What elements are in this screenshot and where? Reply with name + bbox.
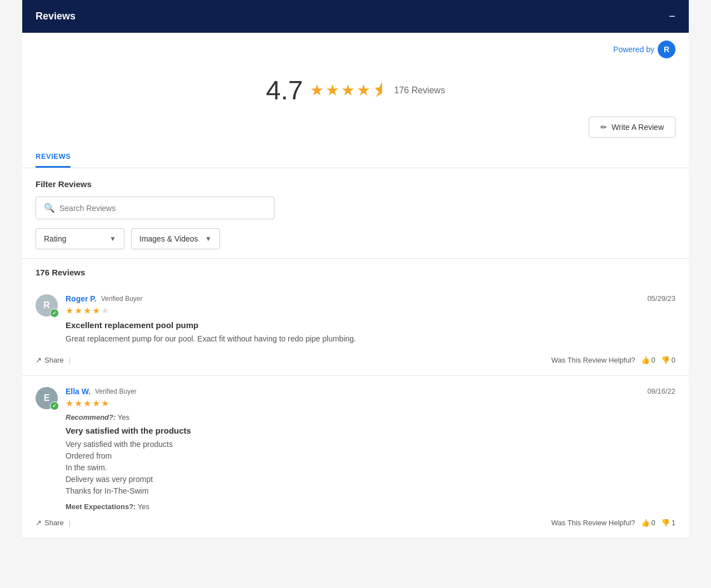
powered-by-bar: Powered by R <box>22 33 689 58</box>
reviews-title: Reviews <box>36 11 76 22</box>
thumbs-up-icon: 👍 <box>641 519 650 527</box>
reviewer-name-row: Ella W. Verified Buyer <box>66 387 639 396</box>
verified-label: Verified Buyer <box>95 388 137 395</box>
review-item: R ✓ Roger P. Verified Buyer ★ ★ ★ ★ ★ Ex… <box>22 283 689 376</box>
share-separator: | <box>69 356 71 364</box>
r1-star-2: ★ <box>74 305 82 316</box>
share-link[interactable]: ↗ Share | <box>36 519 71 527</box>
review-body: Great replacement pump for our pool. Exa… <box>66 333 639 345</box>
helpful-yes-button[interactable]: 👍 0 <box>641 356 655 364</box>
collapse-icon[interactable]: − <box>669 10 675 23</box>
chevron-down-icon-2: ▼ <box>205 235 212 243</box>
helpful-yes-button[interactable]: 👍 0 <box>641 519 655 527</box>
avatar: R ✓ <box>36 294 58 316</box>
r1-star-4: ★ <box>92 305 100 316</box>
review-top: E ✓ Ella W. Verified Buyer ★ ★ ★ ★ ★ Rec… <box>36 387 675 513</box>
r2-star-3: ★ <box>83 398 91 409</box>
rating-dropdown-label: Rating <box>44 234 66 243</box>
review-body: Very satisfied with the products Ordered… <box>66 439 639 497</box>
helpful-no-button[interactable]: 👎 0 <box>661 356 675 364</box>
review-title: Excellent replacement pool pump <box>66 320 639 330</box>
search-box: 🔍 <box>36 197 274 219</box>
share-icon: ↗ <box>36 519 42 527</box>
share-separator: | <box>69 519 71 527</box>
rating-summary: 4.7 ★ ★ ★ ★ ⯨ 176 Reviews <box>22 58 689 117</box>
helpful-no-count: 0 <box>672 356 675 364</box>
recommend-row: Recommend?: Yes <box>66 413 639 421</box>
avatar: E ✓ <box>36 387 58 409</box>
verified-badge: ✓ <box>50 309 59 318</box>
r1-star-1: ★ <box>66 305 73 316</box>
reviewer-name-row: Roger P. Verified Buyer <box>66 294 639 303</box>
review-footer: ↗ Share | Was This Review Helpful? 👍 0 👎… <box>36 519 675 527</box>
r1-star-5: ★ <box>101 305 109 316</box>
helpful-yes-count: 0 <box>652 519 655 527</box>
review-date: 09/16/22 <box>647 387 675 395</box>
powered-by-logo[interactable]: R <box>658 41 675 58</box>
r2-star-5: ★ <box>101 398 109 409</box>
reviewer-name: Roger P. <box>66 294 97 303</box>
filter-section: Filter Reviews 🔍 Rating ▼ Images & Video… <box>22 179 689 258</box>
write-review-label: Write A Review <box>612 123 664 132</box>
r2-star-1: ★ <box>66 398 73 409</box>
share-link[interactable]: ↗ Share | <box>36 356 71 364</box>
review-stars: ★ ★ ★ ★ ★ <box>66 305 639 316</box>
review-title: Very satisfied with the products <box>66 426 639 435</box>
star-1: ★ <box>310 81 324 99</box>
helpful-row: Was This Review Helpful? 👍 0 👎 0 <box>552 356 675 364</box>
reviewer-name: Ella W. <box>66 387 91 396</box>
helpful-text: Was This Review Helpful? <box>552 356 635 364</box>
powered-by-text: Powered by <box>613 45 654 54</box>
tab-reviews[interactable]: REVIEWS <box>36 147 71 168</box>
rating-dropdown[interactable]: Rating ▼ <box>36 228 124 249</box>
thumbs-down-icon: 👎 <box>661 356 670 364</box>
meet-expectations-value: Yes <box>138 502 149 511</box>
share-icon: ↗ <box>36 356 42 364</box>
review-stars: ★ ★ ★ ★ ★ <box>66 398 639 409</box>
rating-score: 4.7 <box>266 75 303 105</box>
star-2: ★ <box>326 81 339 99</box>
pencil-icon: ✏ <box>600 123 607 132</box>
tabs-bar: REVIEWS <box>22 147 689 168</box>
review-date: 05/29/23 <box>647 294 675 303</box>
review-top: R ✓ Roger P. Verified Buyer ★ ★ ★ ★ ★ Ex… <box>36 294 675 350</box>
r1-star-3: ★ <box>83 305 91 316</box>
images-videos-dropdown-label: Images & Videos <box>139 234 198 243</box>
share-label: Share <box>44 356 64 364</box>
star-3: ★ <box>341 81 355 99</box>
recommend-label: Recommend?: <box>66 413 116 421</box>
r2-star-2: ★ <box>74 398 82 409</box>
search-input[interactable] <box>59 204 266 213</box>
thumbs-up-icon: 👍 <box>641 356 650 364</box>
meet-expectations-label: Meet Expectations?: <box>66 502 136 511</box>
search-icon: 🔍 <box>44 203 55 213</box>
reviews-count-bar: 176 Reviews <box>22 258 689 283</box>
chevron-down-icon: ▼ <box>109 235 116 243</box>
review-item: E ✓ Ella W. Verified Buyer ★ ★ ★ ★ ★ Rec… <box>22 376 689 539</box>
review-count: 176 Reviews <box>394 86 445 96</box>
helpful-yes-count: 0 <box>652 356 655 364</box>
stars-container: ★ ★ ★ ★ ⯨ <box>310 81 388 99</box>
helpful-no-button[interactable]: 👎 1 <box>661 519 675 527</box>
review-meta: Ella W. Verified Buyer ★ ★ ★ ★ ★ Recomme… <box>66 387 639 513</box>
r2-star-4: ★ <box>92 398 100 409</box>
thumbs-down-icon: 👎 <box>661 519 670 527</box>
helpful-no-count: 1 <box>672 519 675 527</box>
page-wrapper: Reviews − Powered by R 4.7 ★ ★ ★ ★ ⯨ 176… <box>22 0 689 539</box>
write-review-bar: ✏ Write A Review <box>22 117 689 147</box>
reviews-count-text: 176 Reviews <box>36 268 85 277</box>
review-meta: Roger P. Verified Buyer ★ ★ ★ ★ ★ Excell… <box>66 294 639 350</box>
write-review-button[interactable]: ✏ Write A Review <box>589 117 675 138</box>
star-4: ★ <box>357 81 370 99</box>
helpful-row: Was This Review Helpful? 👍 0 👎 1 <box>552 519 675 527</box>
review-footer: ↗ Share | Was This Review Helpful? 👍 0 👎… <box>36 356 675 364</box>
filter-title: Filter Reviews <box>36 179 675 189</box>
images-videos-dropdown[interactable]: Images & Videos ▼ <box>131 228 220 249</box>
recommend-value: Yes <box>118 413 129 421</box>
reviews-header: Reviews − <box>22 0 689 33</box>
verified-badge: ✓ <box>50 401 59 410</box>
star-half: ⯨ <box>372 81 388 99</box>
filter-dropdowns: Rating ▼ Images & Videos ▼ <box>36 228 675 249</box>
verified-label: Verified Buyer <box>101 295 143 303</box>
share-label: Share <box>44 519 64 527</box>
